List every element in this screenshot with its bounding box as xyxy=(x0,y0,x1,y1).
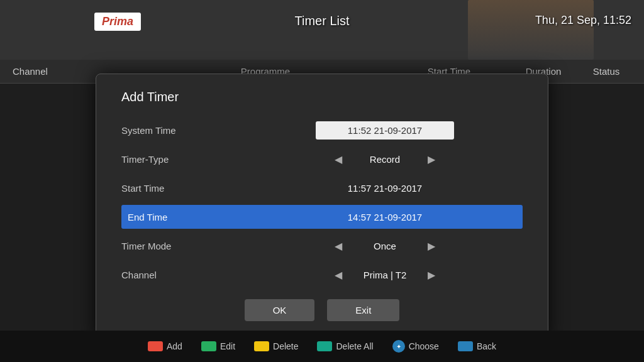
start-time-value-wrap: 11:57 21-09-2017 xyxy=(247,183,523,194)
col-status: Status xyxy=(581,66,631,77)
timer-type-value: Record xyxy=(347,154,423,165)
bottom-delete-all[interactable]: Delete All xyxy=(317,341,373,351)
dialog-buttons: OK Exit xyxy=(121,299,523,321)
timer-type-control: ◀ Record ▶ xyxy=(335,153,435,165)
main-area: Add Timer System Time 11:52 21-09-2017 T… xyxy=(0,84,644,331)
timer-mode-right-arrow[interactable]: ▶ xyxy=(428,240,435,252)
channel-value-wrap: ◀ Prima | T2 ▶ xyxy=(247,269,523,281)
start-time-value: 11:57 21-09-2017 xyxy=(347,183,423,194)
page-title: Timer List xyxy=(294,14,349,28)
dialog-title: Add Timer xyxy=(121,90,523,104)
exit-button[interactable]: Exit xyxy=(327,299,399,321)
bottom-add[interactable]: Add xyxy=(148,341,182,351)
red-button xyxy=(148,341,163,351)
timer-mode-value-wrap: ◀ Once ▶ xyxy=(247,240,523,252)
bottom-edit[interactable]: Edit xyxy=(201,341,235,351)
timer-mode-value: Once xyxy=(347,241,423,251)
system-time-label: System Time xyxy=(121,125,247,136)
ok-button[interactable]: OK xyxy=(245,299,315,321)
system-time-row: System Time 11:52 21-09-2017 xyxy=(121,118,523,142)
cyan-button xyxy=(317,341,332,351)
bottom-choose[interactable]: ✦ Choose xyxy=(392,340,439,353)
edit-label: Edit xyxy=(220,341,235,351)
system-time-value-wrap: 11:52 21-09-2017 xyxy=(247,121,523,140)
choose-label: Choose xyxy=(409,341,439,351)
timer-mode-label: Timer Mode xyxy=(121,241,247,251)
add-label: Add xyxy=(167,341,182,351)
add-timer-dialog: Add Timer System Time 11:52 21-09-2017 T… xyxy=(96,74,548,341)
delete-label: Delete xyxy=(273,341,298,351)
end-time-selected-wrap: End Time 14:57 21-09-2017 xyxy=(121,205,523,229)
end-time-value: 14:57 21-09-2017 xyxy=(253,212,516,222)
nav-choose-icon: ✦ xyxy=(392,340,405,353)
channel-right-arrow[interactable]: ▶ xyxy=(428,269,435,281)
timer-type-row: Timer-Type ◀ Record ▶ xyxy=(121,147,523,171)
system-time-value: 11:52 21-09-2017 xyxy=(316,121,454,140)
timer-mode-control: ◀ Once ▶ xyxy=(335,240,435,252)
datetime-display: Thu, 21 Sep, 11:52 xyxy=(535,14,631,27)
green-button xyxy=(201,341,216,351)
timer-mode-left-arrow[interactable]: ◀ xyxy=(335,240,342,252)
start-time-label: Start Time xyxy=(121,183,247,194)
timer-type-value-wrap: ◀ Record ▶ xyxy=(247,153,523,165)
bottom-bar: Add Edit Delete Delete All ✦ Choose Back xyxy=(0,331,644,362)
timer-type-left-arrow[interactable]: ◀ xyxy=(335,153,342,165)
start-time-row: Start Time 11:57 21-09-2017 xyxy=(121,176,523,200)
timer-type-right-arrow[interactable]: ▶ xyxy=(428,153,435,165)
timer-mode-row: Timer Mode ◀ Once ▶ xyxy=(121,234,523,258)
channel-value: Prima | T2 xyxy=(347,270,423,280)
channel-left-arrow[interactable]: ◀ xyxy=(335,269,342,281)
delete-all-label: Delete All xyxy=(336,341,373,351)
end-time-row[interactable]: End Time 14:57 21-09-2017 xyxy=(121,205,523,229)
yellow-button xyxy=(254,341,269,351)
end-time-label: End Time xyxy=(128,212,253,222)
timer-type-label: Timer-Type xyxy=(121,154,247,165)
bottom-delete[interactable]: Delete xyxy=(254,341,298,351)
blue-button xyxy=(458,341,473,351)
prima-logo: Prima xyxy=(94,13,141,31)
channel-control: ◀ Prima | T2 ▶ xyxy=(335,269,435,281)
channel-label: Channel xyxy=(121,270,247,280)
channel-row: Channel ◀ Prima | T2 ▶ xyxy=(121,263,523,287)
back-label: Back xyxy=(477,341,496,351)
bottom-back[interactable]: Back xyxy=(458,341,496,351)
